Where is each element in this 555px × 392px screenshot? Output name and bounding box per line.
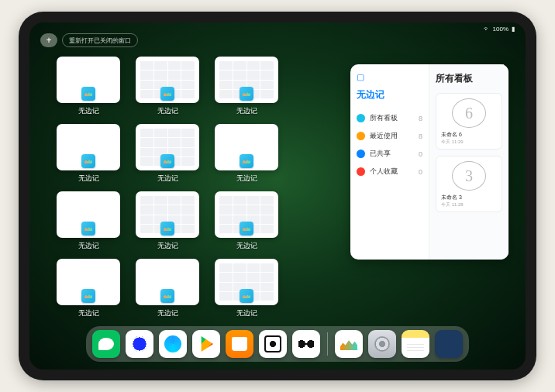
dock bbox=[86, 326, 469, 362]
sidebar-item-label: 最近使用 bbox=[370, 131, 414, 141]
window-label: 无边记 bbox=[157, 241, 178, 251]
board-name: 未命名 3 bbox=[441, 194, 462, 201]
window-thumbnail bbox=[215, 191, 278, 238]
battery-icon: ▮ bbox=[512, 26, 515, 33]
board-preview: 6 bbox=[452, 98, 486, 128]
board-preview: 3 bbox=[452, 161, 486, 191]
board-timestamp: 今天 11:28 bbox=[441, 201, 464, 208]
window-card[interactable]: 无边记 bbox=[214, 124, 279, 184]
window-label: 无边记 bbox=[236, 308, 257, 318]
window-label: 无边记 bbox=[78, 106, 99, 116]
board-name: 未命名 6 bbox=[441, 131, 462, 139]
sidebar-item-count: 0 bbox=[419, 168, 422, 176]
dock-quark-icon[interactable] bbox=[126, 330, 153, 358]
window-thumbnail bbox=[136, 124, 199, 170]
freeform-app-badge-icon bbox=[160, 87, 174, 101]
window-label: 无边记 bbox=[157, 106, 178, 116]
sidebar-item-count: 8 bbox=[419, 132, 422, 140]
sidebar-item-count: 0 bbox=[419, 150, 422, 158]
panel-sidebar: ▢ 无边记 所有看板8最近使用8已共享0个人收藏0 bbox=[350, 64, 429, 260]
window-card[interactable]: 无边记 bbox=[56, 124, 121, 184]
sidebar-item-label: 已共享 bbox=[370, 149, 414, 159]
window-card[interactable]: 无边记 bbox=[135, 191, 200, 251]
window-card[interactable]: 无边记 bbox=[135, 57, 200, 116]
sidebar-item-icon bbox=[357, 150, 365, 158]
dock-settings-icon[interactable] bbox=[368, 330, 396, 358]
panel-content: 所有看板 6未命名 6今天 11:293未命名 3今天 11:28 bbox=[429, 64, 508, 260]
sidebar-item[interactable]: 个人收藏0 bbox=[357, 163, 422, 181]
window-card[interactable]: 无边记 bbox=[214, 57, 279, 116]
freeform-app-badge-icon bbox=[81, 87, 95, 101]
freeform-app-badge-icon bbox=[240, 87, 253, 101]
window-card[interactable]: 无边记 bbox=[56, 191, 121, 251]
sidebar-item[interactable]: 已共享0 bbox=[357, 145, 422, 163]
board-tile[interactable]: 6未命名 6今天 11:29 bbox=[436, 93, 502, 150]
dock-wechat-icon[interactable] bbox=[92, 330, 120, 358]
panel-app-title: 无边记 bbox=[357, 88, 422, 101]
window-label: 无边记 bbox=[78, 308, 99, 318]
window-thumbnail bbox=[215, 124, 278, 170]
window-label: 无边记 bbox=[157, 174, 178, 184]
dock-notes-icon[interactable] bbox=[402, 330, 429, 358]
dock-library-icon[interactable] bbox=[435, 330, 463, 358]
window-card[interactable]: 无边记 bbox=[214, 259, 279, 318]
freeform-app-badge-icon bbox=[81, 289, 95, 303]
new-window-button[interactable]: + bbox=[40, 33, 57, 47]
freeform-app-badge-icon bbox=[81, 154, 95, 168]
app-switcher-grid: 无边记无边记无边记无边记无边记无边记无边记无边记无边记无边记无边记无边记 bbox=[56, 57, 279, 318]
wifi-icon: ᯤ bbox=[484, 26, 490, 33]
dock-separator bbox=[327, 332, 328, 356]
freeform-app-badge-icon bbox=[240, 154, 253, 168]
dock-books-icon[interactable] bbox=[226, 330, 253, 358]
sidebar-item-icon bbox=[357, 167, 365, 176]
window-label: 无边记 bbox=[78, 174, 99, 184]
battery-text: 100% bbox=[493, 26, 508, 33]
board-timestamp: 今天 11:29 bbox=[441, 139, 464, 146]
window-thumbnail bbox=[136, 57, 199, 103]
window-card[interactable]: 无边记 bbox=[135, 259, 200, 318]
dock-play-icon[interactable] bbox=[192, 330, 220, 358]
sidebar-item-icon bbox=[357, 132, 365, 140]
freeform-app-badge-icon bbox=[160, 154, 174, 168]
top-controls: + 重新打开已关闭的窗口 bbox=[40, 33, 138, 47]
window-thumbnail bbox=[57, 259, 120, 305]
dock-freeform-icon[interactable] bbox=[335, 330, 363, 358]
sidebar-item-label: 个人收藏 bbox=[370, 167, 414, 177]
ipad-frame: ᯤ 100% ▮ + 重新打开已关闭的窗口 • • • 无边记无边记无边记无边记… bbox=[19, 12, 536, 380]
window-card[interactable]: 无边记 bbox=[56, 57, 121, 116]
dock-joy-icon[interactable] bbox=[292, 330, 320, 358]
window-thumbnail bbox=[136, 259, 199, 305]
panel-content-title: 所有看板 bbox=[436, 72, 502, 85]
freeform-app-badge-icon bbox=[81, 222, 95, 236]
freeform-app-badge-icon bbox=[160, 222, 174, 236]
window-thumbnail bbox=[215, 57, 278, 103]
screen: ᯤ 100% ▮ + 重新打开已关闭的窗口 • • • 无边记无边记无边记无边记… bbox=[29, 22, 526, 370]
window-card[interactable]: 无边记 bbox=[135, 124, 200, 184]
status-bar: ᯤ 100% ▮ bbox=[484, 26, 515, 33]
sidebar-item-count: 8 bbox=[419, 115, 422, 122]
window-thumbnail bbox=[57, 191, 120, 238]
reopen-closed-window-button[interactable]: 重新打开已关闭的窗口 bbox=[62, 33, 138, 47]
window-thumbnail bbox=[57, 124, 120, 170]
dock-qqbrowser-icon[interactable] bbox=[159, 330, 187, 358]
freeform-panel: ▢ 无边记 所有看板8最近使用8已共享0个人收藏0 所有看板 6未命名 6今天 … bbox=[350, 64, 508, 260]
freeform-app-badge-icon bbox=[240, 289, 253, 303]
window-label: 无边记 bbox=[157, 308, 178, 318]
sidebar-toggle-icon[interactable]: ▢ bbox=[357, 72, 422, 82]
freeform-app-badge-icon bbox=[240, 222, 253, 236]
board-tile[interactable]: 3未命名 3今天 11:28 bbox=[436, 156, 502, 212]
window-label: 无边记 bbox=[236, 174, 257, 184]
sidebar-item-label: 所有看板 bbox=[370, 113, 414, 123]
freeform-app-badge-icon bbox=[160, 289, 174, 303]
window-thumbnail bbox=[57, 57, 120, 103]
dock-dot-icon[interactable] bbox=[259, 330, 287, 358]
window-card[interactable]: 无边记 bbox=[214, 191, 279, 251]
window-label: 无边记 bbox=[236, 241, 257, 251]
sidebar-item[interactable]: 最近使用8 bbox=[357, 127, 422, 145]
window-card[interactable]: 无边记 bbox=[56, 259, 121, 318]
window-label: 无边记 bbox=[236, 106, 257, 116]
window-thumbnail bbox=[215, 259, 278, 305]
window-label: 无边记 bbox=[78, 241, 99, 251]
sidebar-item[interactable]: 所有看板8 bbox=[357, 109, 422, 127]
window-thumbnail bbox=[136, 191, 199, 238]
